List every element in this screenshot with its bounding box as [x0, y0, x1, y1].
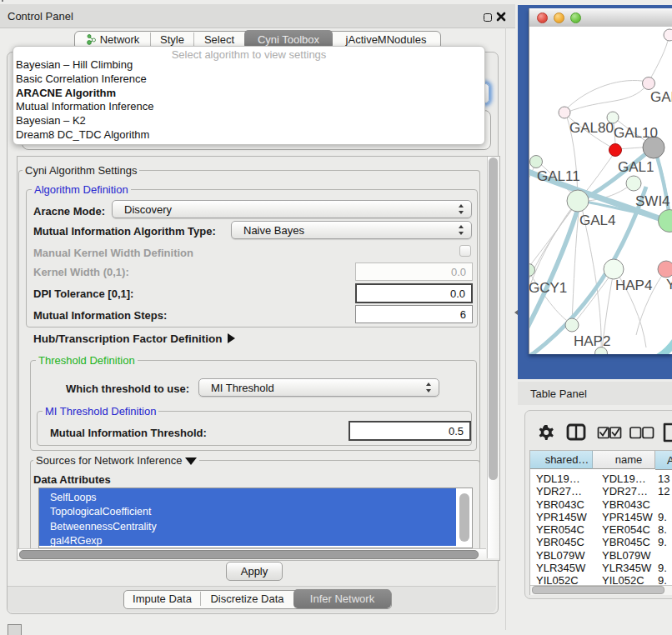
svg-text:GAL80: GAL80: [569, 120, 614, 136]
svg-text:HAP4: HAP4: [615, 278, 652, 293]
svg-text:SWI4: SWI4: [635, 193, 670, 209]
svg-text:Y: Y: [666, 277, 672, 292]
svg-text:GAL1: GAL1: [618, 159, 654, 175]
svg-text:GAL10: GAL10: [614, 125, 658, 141]
svg-text:GAL2: GAL2: [650, 89, 672, 105]
svg-text:GAL4: GAL4: [579, 212, 615, 228]
svg-text:GAL11: GAL11: [537, 168, 580, 184]
svg-text:HAP2: HAP2: [574, 333, 610, 349]
svg-text:GCY1: GCY1: [529, 280, 567, 296]
